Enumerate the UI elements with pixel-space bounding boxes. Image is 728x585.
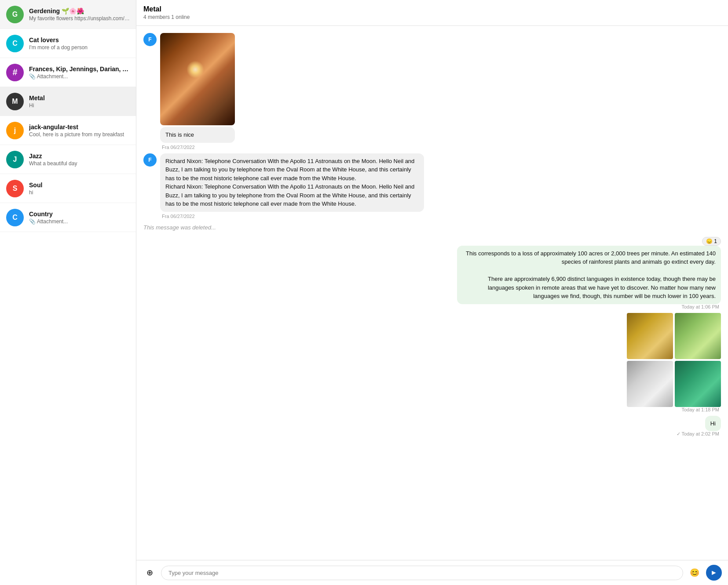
messages-list: F This is nice Fra 06/27/2022 F Richard … — [136, 26, 728, 560]
sidebar-item-gardening[interactable]: GGerdening 🌱🌸🌺My favorite flowers https:… — [0, 0, 136, 29]
avatar-cat-lovers: C — [6, 35, 24, 52]
chat-name-gardening: Gerdening 🌱🌸🌺 — [29, 7, 130, 15]
chat-info-metal: MetalHi — [29, 94, 130, 109]
chat-info-soul: Soulhi — [29, 182, 130, 196]
food-image-4 — [675, 361, 721, 407]
avatar-jazz: J — [6, 151, 24, 168]
food-image-3 — [627, 361, 673, 407]
chat-info-cat-lovers: Cat loversI'm more of a dog person — [29, 36, 130, 51]
channel-meta: 4 members 1 online — [143, 14, 721, 20]
avatar-soul: S — [6, 180, 24, 197]
message-time: Fra 06/27/2022 — [160, 214, 424, 219]
deleted-message: This message was deleted... — [143, 222, 216, 233]
sidebar-item-soul[interactable]: SSoulhi — [0, 174, 136, 203]
chat-preview-country: 📎 Attachment... — [29, 218, 130, 225]
reaction-row[interactable]: 😞 1 — [702, 237, 721, 246]
chat-preview-gardening: My favorite flowers https://unsplash.com… — [29, 15, 130, 22]
send-button[interactable]: ► — [706, 565, 722, 581]
message-time: Today at 1:06 PM — [680, 304, 721, 309]
chat-name-metal: Metal — [29, 94, 130, 102]
chat-name-soul: Soul — [29, 182, 130, 189]
reaction-badge[interactable]: 😞 1 — [702, 237, 721, 246]
space-image — [160, 33, 235, 125]
chat-info-country: Country📎 Attachment... — [29, 211, 130, 225]
chat-name-jazz: Jazz — [29, 153, 130, 160]
chat-info-gardening: Gerdening 🌱🌸🌺My favorite flowers https:/… — [29, 7, 130, 22]
chat-info-jazz: JazzWhat a beautiful day — [29, 153, 130, 167]
chat-preview-cat-lovers: I'm more of a dog person — [29, 44, 130, 51]
message-3: This message was deleted... — [143, 222, 721, 233]
sidebar-item-jazz[interactable]: JJazzWhat a beautiful day — [0, 145, 136, 174]
channel-name: Metal — [143, 5, 721, 13]
chat-preview-jazz: What a beautiful day — [29, 160, 130, 167]
message-bubble: This is nice — [160, 127, 235, 143]
emoji-button[interactable]: 😊 — [688, 566, 702, 580]
message-time: Fra 06/27/2022 — [160, 145, 235, 150]
avatar-country: C — [6, 209, 24, 226]
food-image-1 — [627, 313, 673, 359]
sidebar: GGerdening 🌱🌸🌺My favorite flowers https:… — [0, 0, 136, 585]
avatar-gardening: G — [6, 6, 24, 23]
message-content: This is nice Fra 06/27/2022 — [160, 33, 235, 150]
message-2: F Richard Nixon: Telephone Conversation … — [143, 153, 721, 219]
avatar-f: F — [143, 33, 157, 46]
main-chat: Metal 4 members 1 online F This is nice … — [136, 0, 728, 585]
chat-preview-jack: Cool, here is a picture from my breakfas… — [29, 131, 130, 138]
sidebar-item-jack[interactable]: jjack-angular-testCool, here is a pictur… — [0, 116, 136, 145]
avatar-f: F — [143, 153, 157, 167]
image-grid — [627, 313, 721, 407]
chat-name-country: Country — [29, 211, 130, 218]
sidebar-item-group-chat[interactable]: #Frances, Kip, Jennings, Darian, Ardella… — [0, 58, 136, 87]
sidebar-item-cat-lovers[interactable]: CCat loversI'm more of a dog person — [0, 29, 136, 58]
chat-info-group-chat: Frances, Kip, Jennings, Darian, Ardella … — [29, 65, 130, 80]
message-bubble: Richard Nixon: Telephone Conversation Wi… — [160, 153, 424, 212]
message-time: Today at 1:18 PM — [680, 407, 721, 412]
message-sender-row: F Richard Nixon: Telephone Conversation … — [143, 153, 424, 219]
message-4: 😞 1 This corresponds to a loss of approx… — [143, 236, 721, 309]
sidebar-item-metal[interactable]: MMetalHi — [0, 87, 136, 116]
chat-name-jack: jack-angular-test — [29, 124, 130, 131]
input-area: ⊕ 😊 ► — [136, 560, 728, 585]
chat-preview-group-chat: 📎 Attachment... — [29, 73, 130, 80]
chat-header: Metal 4 members 1 online — [136, 0, 728, 26]
message-time: ✓ Today at 2:02 PM — [675, 431, 721, 437]
chat-preview-metal: Hi — [29, 102, 130, 109]
sidebar-item-country[interactable]: CCountry📎 Attachment... — [0, 203, 136, 232]
chat-info-jack: jack-angular-testCool, here is a picture… — [29, 124, 130, 138]
add-button[interactable]: ⊕ — [143, 566, 157, 580]
message-bubble: This corresponds to a loss of approximat… — [457, 246, 721, 304]
message-1: F This is nice Fra 06/27/2022 — [143, 33, 721, 150]
message-bubble: Hi — [705, 416, 721, 432]
chat-name-group-chat: Frances, Kip, Jennings, Darian, Ardella … — [29, 65, 130, 73]
food-image-2 — [675, 313, 721, 359]
avatar-jack: j — [6, 122, 24, 139]
message-5: Today at 1:18 PM — [143, 313, 721, 412]
avatar-metal: M — [6, 93, 24, 110]
message-6: Hi ✓ Today at 2:02 PM — [143, 416, 721, 437]
message-sender-row: F This is nice Fra 06/27/2022 — [143, 33, 235, 150]
chat-preview-soul: hi — [29, 189, 130, 196]
avatar-group-chat: # — [6, 64, 24, 81]
chat-name-cat-lovers: Cat lovers — [29, 36, 130, 44]
message-content: Richard Nixon: Telephone Conversation Wi… — [160, 153, 424, 219]
message-input[interactable] — [161, 566, 683, 580]
